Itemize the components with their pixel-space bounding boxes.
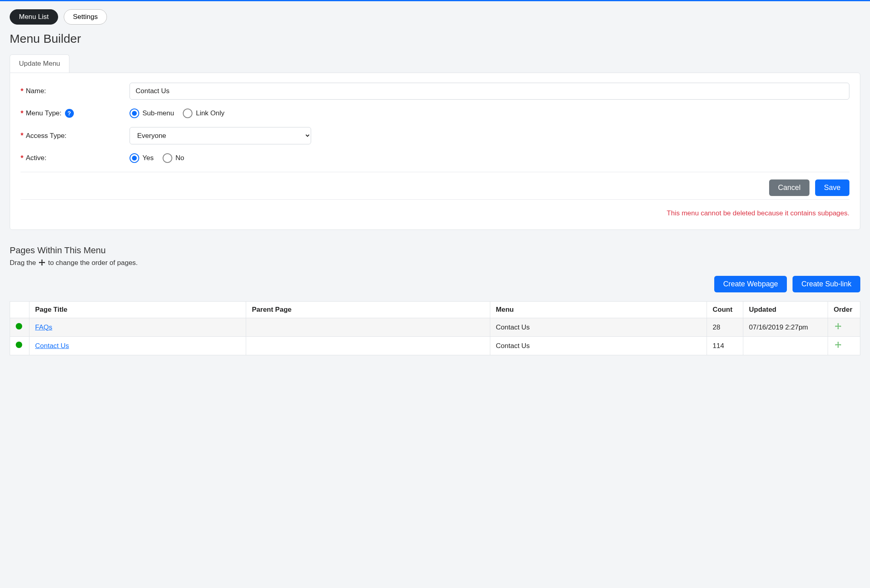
help-icon[interactable]: ?	[65, 109, 74, 118]
radio-submenu[interactable]: Sub-menu	[130, 108, 174, 118]
cell-menu: Contact Us	[490, 318, 707, 337]
table-row: FAQs Contact Us 28 07/16/2019 2:27pm	[10, 318, 860, 337]
move-icon	[38, 259, 46, 267]
save-button[interactable]: Save	[815, 179, 849, 196]
radio-icon	[130, 108, 139, 118]
radio-no-label: No	[176, 154, 184, 162]
create-webpage-button[interactable]: Create Webpage	[714, 276, 787, 292]
pill-settings[interactable]: Settings	[64, 9, 107, 25]
page-title-link[interactable]: Contact Us	[35, 342, 69, 350]
label-menu-type: Menu Type:	[26, 109, 62, 117]
access-type-select[interactable]: Everyone	[130, 127, 311, 144]
radio-yes-label: Yes	[142, 154, 154, 162]
cell-count: 28	[707, 318, 743, 337]
page-title: Menu Builder	[10, 32, 860, 46]
drag-handle[interactable]	[834, 322, 843, 331]
drag-handle[interactable]	[834, 341, 843, 350]
cancel-button[interactable]: Cancel	[769, 179, 809, 196]
drag-hint: Drag the to change the order of pages.	[10, 259, 860, 267]
label-name: Name:	[26, 87, 46, 95]
col-updated: Updated	[743, 302, 828, 318]
label-access-type: Access Type:	[26, 132, 67, 140]
radio-link-only[interactable]: Link Only	[183, 108, 224, 118]
radio-icon	[130, 153, 139, 163]
radio-active-no[interactable]: No	[163, 153, 184, 163]
status-dot-icon	[16, 323, 22, 329]
divider	[21, 172, 849, 172]
radio-submenu-label: Sub-menu	[142, 109, 174, 117]
required-asterisk: *	[21, 87, 23, 96]
delete-warning: This menu cannot be deleted because it c…	[21, 209, 849, 217]
cell-parent	[246, 337, 490, 355]
pages-table: Page Title Parent Page Menu Count Update…	[10, 301, 860, 355]
required-asterisk: *	[21, 154, 23, 163]
cell-updated	[743, 337, 828, 355]
divider	[21, 199, 849, 200]
tab-update-menu[interactable]: Update Menu	[10, 54, 69, 73]
col-parent-page: Parent Page	[246, 302, 490, 318]
pages-section-title: Pages Within This Menu	[10, 245, 860, 256]
radio-icon	[163, 153, 172, 163]
form-panel: * Name: * Menu Type: ? Sub-menu	[10, 73, 860, 230]
col-count: Count	[707, 302, 743, 318]
col-order: Order	[828, 302, 860, 318]
col-page-title: Page Title	[29, 302, 246, 318]
cell-count: 114	[707, 337, 743, 355]
required-asterisk: *	[21, 109, 23, 118]
required-asterisk: *	[21, 131, 23, 140]
top-pill-nav: Menu List Settings	[10, 9, 860, 25]
page-title-link[interactable]: FAQs	[35, 323, 52, 331]
table-row: Contact Us Contact Us 114	[10, 337, 860, 355]
name-input[interactable]	[130, 83, 849, 100]
col-menu: Menu	[490, 302, 707, 318]
status-dot-icon	[16, 342, 22, 348]
col-status	[10, 302, 29, 318]
label-active: Active:	[26, 154, 46, 162]
create-sublink-button[interactable]: Create Sub-link	[793, 276, 860, 292]
cell-parent	[246, 318, 490, 337]
radio-active-yes[interactable]: Yes	[130, 153, 154, 163]
cell-updated: 07/16/2019 2:27pm	[743, 318, 828, 337]
cell-menu: Contact Us	[490, 337, 707, 355]
radio-link-only-label: Link Only	[196, 109, 224, 117]
radio-icon	[183, 108, 192, 118]
pill-menu-list[interactable]: Menu List	[10, 9, 58, 25]
